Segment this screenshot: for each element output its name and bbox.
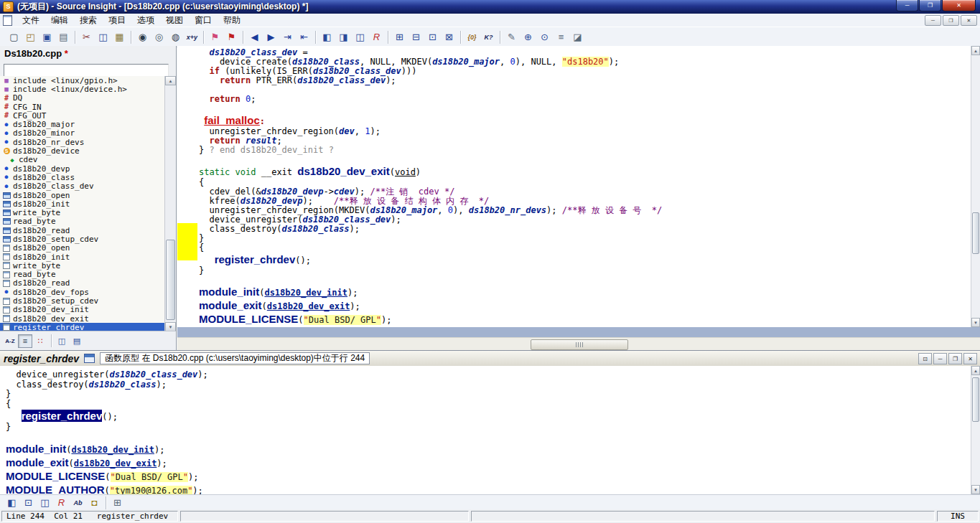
symbol-item-read_byte[interactable]: read_byte (0, 217, 165, 226)
relation-window-icon[interactable]: R (368, 29, 385, 45)
scroll-up-icon[interactable] (971, 46, 980, 55)
symbol-list-toggle-icon[interactable]: ◧ (4, 495, 20, 511)
context-vertical-scrollbar[interactable] (971, 366, 980, 494)
editor-horizontal-scrollbar[interactable] (177, 337, 980, 351)
minimize-button[interactable]: ─ (933, 353, 947, 364)
close-button[interactable]: ✕ (942, 0, 976, 11)
scroll-down-icon[interactable] (971, 318, 980, 327)
mdi-close-button[interactable]: ✕ (961, 15, 977, 26)
symbol-item-ds18b20_init[interactable]: ds18b20_init (0, 253, 165, 261)
symbol-item-ds18b20_setup_cdev[interactable]: ds18b20_setup_cdev (0, 296, 165, 305)
menu-文件[interactable]: 文件 (17, 14, 45, 27)
print-icon[interactable]: ▤ (55, 29, 72, 45)
context-window-toggle-icon[interactable]: ⊡ (20, 495, 37, 511)
symbol-window-toggle-icon[interactable]: ◧ (319, 29, 335, 45)
paste-icon[interactable]: ▦ (111, 29, 128, 45)
cut-icon[interactable]: ✂ (78, 29, 95, 45)
go-forward-icon[interactable]: ▶ (263, 29, 279, 45)
view-by-type-icon[interactable]: ∷ (33, 334, 47, 348)
scroll-down-icon[interactable] (971, 485, 980, 494)
window-list-icon[interactable]: ≡ (553, 29, 569, 45)
horizontal-scroll-thumb[interactable] (531, 339, 628, 350)
maximize-button[interactable]: ❐ (919, 0, 941, 11)
draft-view-icon[interactable]: ✎ (503, 29, 520, 45)
save-file-icon[interactable]: ▣ (39, 29, 55, 45)
symbol-item-CFG_IN[interactable]: CFG_IN (0, 103, 165, 111)
symbol-item-ds18b20_dev_exit[interactable]: ds18b20_dev_exit (0, 314, 165, 323)
symbol-item-ds18b20_class_dev[interactable]: ds18b20_class_dev (0, 182, 165, 191)
symbol-item-ds18b20_device[interactable]: ds18b20_device (0, 146, 165, 155)
symbol-item-write_byte[interactable]: write_byte (0, 261, 165, 270)
project-symbol-list-icon[interactable]: ◫ (352, 29, 368, 45)
sync-windows-icon[interactable]: ⊙ (536, 29, 553, 45)
go-back-icon[interactable]: ◀ (246, 29, 263, 45)
context-help-icon[interactable]: K? (480, 29, 497, 45)
menu-帮助[interactable]: 帮助 (218, 14, 246, 27)
symbol-item-read_byte[interactable]: read_byte (0, 270, 165, 279)
sort-alphabetic-icon[interactable]: A-Z (3, 334, 17, 348)
close-button[interactable]: ✕ (963, 353, 977, 364)
dock-button[interactable]: ⊡ (918, 353, 932, 364)
file-symbol-list-icon[interactable]: ◨ (335, 29, 352, 45)
smart-braces-icon[interactable]: {0} (464, 29, 480, 45)
symbol-filter-input[interactable] (4, 64, 169, 77)
document-icon[interactable] (3, 15, 12, 26)
highlight-word-icon[interactable]: ⚑ (207, 29, 223, 45)
new-relation-window-icon[interactable]: ⊞ (109, 495, 126, 511)
symbol-item-ds18b20_dev_fops[interactable]: ds18b20_dev_fops (0, 288, 165, 296)
symbol-item-ds18b20_init[interactable]: ds18b20_init (0, 199, 165, 208)
mdi-restore-button[interactable]: ❐ (943, 15, 959, 26)
goto-line-icon[interactable]: ⇥ (279, 29, 296, 45)
editor-scroll-thumb[interactable] (972, 212, 979, 254)
symbol-list-scroll-thumb[interactable] (166, 240, 175, 320)
symbol-list-scrollbar[interactable] (164, 76, 176, 331)
context-scroll-thumb[interactable] (972, 377, 979, 422)
symbol-item-ds18b20_read[interactable]: ds18b20_read (0, 279, 165, 288)
search-backward-icon[interactable]: ◎ (151, 29, 167, 45)
symbol-item-ds18b20_setup_cdev[interactable]: ds18b20_setup_cdev (0, 235, 165, 243)
code-editor[interactable]: ds18b20_class_dev = device_create(ds18b2… (177, 46, 971, 327)
symbol-item-ds18b20_minor[interactable]: ds18b20_minor (0, 129, 165, 138)
bookmark-icon[interactable]: ⚑ (223, 29, 240, 45)
editor-vertical-scrollbar[interactable] (971, 46, 980, 327)
menu-编辑[interactable]: 编辑 (45, 14, 74, 27)
split-window-icon[interactable]: ⊡ (424, 29, 441, 45)
search-in-files-icon[interactable]: ◍ (167, 29, 184, 45)
symbol-item-ds18b20_major[interactable]: ds18b20_major (0, 120, 165, 128)
symbol-item-include <linux/gpio.h>[interactable]: include <linux/gpio.h> (0, 76, 165, 85)
relation-window-icon[interactable]: R (53, 495, 70, 511)
menu-搜索[interactable]: 搜索 (74, 14, 103, 27)
browse-project-symbols-icon[interactable]: ◫ (55, 334, 69, 348)
tile-two-windows-icon[interactable]: ⊞ (391, 29, 408, 45)
symbol-item-ds18b20_open[interactable]: ds18b20_open (0, 244, 165, 253)
menu-视图[interactable]: 视图 (160, 14, 189, 27)
scroll-up-icon[interactable] (165, 76, 176, 85)
lock-context-icon[interactable]: ◘ (86, 495, 103, 511)
goto-previous-place-icon[interactable]: ⇤ (296, 29, 312, 45)
one-window-icon[interactable]: ⊠ (441, 29, 457, 45)
symbol-item-ds18b20_devp[interactable]: ds18b20_devp (0, 164, 165, 173)
open-file-icon[interactable]: ◰ (22, 29, 39, 45)
view-as-list-icon[interactable]: ≡ (18, 334, 32, 348)
symbol-item-write_byte[interactable]: write_byte (0, 208, 165, 217)
new-file-icon[interactable]: ▢ (6, 29, 22, 45)
browse-files-icon[interactable]: ▤ (70, 334, 84, 348)
symbol-item-ds18b20_read[interactable]: ds18b20_read (0, 226, 165, 235)
symbol-item-CFG_OUT[interactable]: CFG_OUT (0, 111, 165, 120)
minimize-button[interactable]: ─ (896, 0, 918, 11)
symbol-item-DQ[interactable]: DQ (0, 94, 165, 103)
menu-窗口[interactable]: 窗口 (189, 14, 218, 27)
symbol-item-ds18b20_dev_init[interactable]: ds18b20_dev_init (0, 306, 165, 314)
scroll-up-icon[interactable] (971, 366, 980, 375)
mdi-minimize-button[interactable]: ─ (925, 15, 941, 26)
symbol-item-ds18b20_class[interactable]: ds18b20_class (0, 173, 165, 182)
maximize-button[interactable]: ❐ (948, 353, 962, 364)
context-window-body[interactable]: device_unregister(ds18b20_class_dev); cl… (0, 366, 971, 494)
symbol-item-ds18b20_nr_devs[interactable]: ds18b20_nr_devs (0, 138, 165, 146)
tile-horizontal-icon[interactable]: ⊟ (408, 29, 424, 45)
project-browser-icon[interactable]: ◫ (37, 495, 53, 511)
symbol-item-include <linux/device.h>[interactable]: include <linux/device.h> (0, 85, 165, 93)
search-icon[interactable]: ◉ (134, 29, 151, 45)
hyperlink-window-icon[interactable]: ⊕ (520, 29, 536, 45)
menu-选项[interactable]: 选项 (131, 14, 160, 27)
